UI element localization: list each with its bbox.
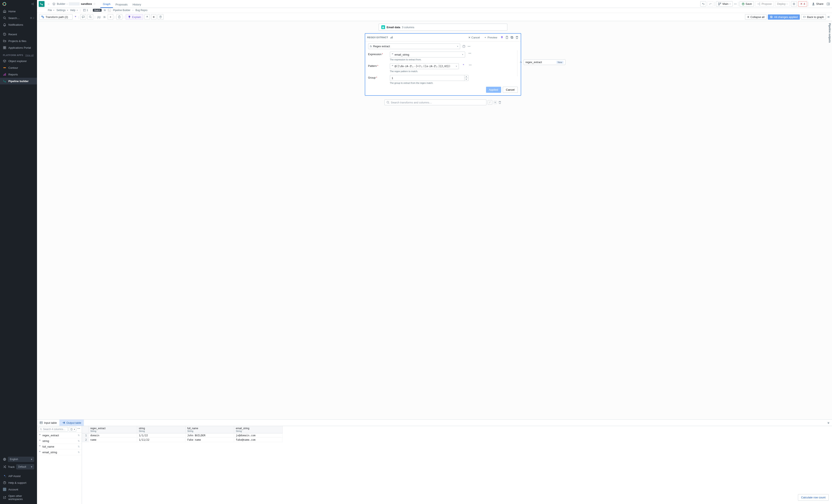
language-select[interactable]: English▾ — [8, 457, 34, 462]
stepper-up[interactable]: ▲ — [465, 75, 468, 78]
crumb-bug-repro[interactable]: Bug Repro — [135, 9, 147, 12]
email-data-node[interactable]: ▦ Email data 3 columns — [379, 24, 508, 31]
sort-icon[interactable]: ⇅ — [78, 445, 80, 448]
undo-button[interactable] — [700, 1, 706, 7]
cell[interactable]: name — [88, 438, 137, 442]
sidebar-item-help[interactable]: Help & support — [0, 479, 37, 486]
clipboard-icon[interactable] — [505, 36, 509, 39]
input-table-tab[interactable]: Input table — [37, 420, 59, 426]
output-name-input[interactable]: regex_extract New — [524, 59, 566, 65]
track-select[interactable]: Default▾ — [16, 464, 34, 469]
stepper-down[interactable]: ▼ — [465, 78, 468, 81]
sidebar-item-notifications[interactable]: Notifications — [0, 21, 37, 28]
cancel-button[interactable]: Cancel — [503, 87, 518, 93]
cell[interactable]: domain — [88, 433, 137, 438]
copy-icon[interactable] — [510, 36, 514, 39]
col-header[interactable]: full_nameString — [186, 426, 234, 433]
col-item[interactable]: ❞email_string⇅ — [37, 449, 82, 455]
trash-icon[interactable] — [515, 36, 519, 39]
save-button[interactable]: Save — [739, 1, 754, 7]
share-button[interactable]: Share — [810, 1, 825, 7]
branch-more-icon[interactable]: ⋯ — [734, 2, 737, 5]
clipboard-button[interactable] — [116, 14, 122, 20]
pattern-input[interactable]: ❞ @([\da-zA-Z\.-]+)\.([a-zA-Z\.]{2,63}) … — [390, 63, 459, 69]
help-circle-icon[interactable] — [462, 45, 466, 48]
menu-settings[interactable]: Settings — [56, 9, 68, 12]
tab-proposals[interactable]: Proposals — [113, 1, 130, 8]
pipeline-outputs-toggle[interactable]: Pipeline outputs — [828, 23, 831, 43]
sort-icon[interactable]: ⇅ — [78, 440, 80, 442]
panel-right-icon[interactable] — [827, 2, 830, 6]
search-transforms-input[interactable]: Search transforms and columns… — [385, 100, 487, 105]
sidebar-item-open-other[interactable]: Open other workspaces — [0, 493, 37, 502]
sidebar-item-search[interactable]: Search… ⌘ J — [0, 15, 37, 21]
cell[interactable]: Fake name — [186, 438, 234, 442]
add-button[interactable]: ＋ — [108, 14, 113, 20]
col-item[interactable]: ❞full_name⇅ — [37, 444, 82, 449]
cell[interactable]: fake@name.com — [234, 438, 283, 442]
expand-up-button[interactable] — [145, 14, 150, 20]
group-input[interactable]: 1 — [390, 75, 465, 81]
settings-toggle-button[interactable] — [791, 1, 797, 7]
sidebar-item-aip[interactable]: AIP Assist — [0, 473, 37, 479]
duplicate-icon[interactable] — [494, 101, 497, 104]
columns-search-input[interactable]: Search 4 columns… — [38, 427, 68, 431]
function-select[interactable]: fx Regex extract ▾ — [368, 44, 460, 49]
errors-button[interactable]: ✕ 4 — [798, 1, 807, 7]
breadcrumb-builder[interactable]: Builder — [57, 2, 65, 5]
sidebar-item-pipeline-builder[interactable]: Pipeline builder — [0, 78, 37, 84]
sort-icon[interactable]: ⇅ — [78, 434, 80, 437]
cols-more-icon[interactable]: ⋮ — [77, 427, 80, 431]
tab-graph[interactable]: Graph — [100, 0, 113, 8]
bulb-icon[interactable] — [500, 36, 503, 39]
close-path-button[interactable]: ✕ — [151, 14, 156, 20]
col-item[interactable]: ❞string⇅ — [37, 438, 82, 444]
node-preview-button[interactable]: ＋ Preview — [483, 35, 498, 40]
sidebar-item-reports[interactable]: Reports — [0, 71, 37, 78]
fx-button[interactable]: fx — [103, 16, 106, 19]
sidebar-item-account[interactable]: Account — [0, 486, 37, 493]
col-header[interactable]: email_stringString — [234, 426, 283, 433]
delete-toolbar-button[interactable] — [158, 14, 163, 20]
node-cancel-button[interactable]: ✕ Cancel — [467, 35, 481, 40]
sidebar-collapse-icon[interactable] — [31, 2, 34, 6]
redo-button[interactable] — [707, 1, 713, 7]
tab-history[interactable]: History — [130, 1, 144, 8]
search-toolbar-button[interactable] — [87, 14, 93, 20]
batch-badge[interactable]: Batch — [93, 9, 102, 12]
sort-icon[interactable]: ⇅ — [78, 451, 80, 454]
back-to-graph-button[interactable]: Back to graph — [801, 14, 826, 20]
sidebar-item-projects[interactable]: Projects & files — [0, 37, 37, 44]
col-header[interactable]: stringString — [137, 426, 186, 433]
sidebar-item-contour[interactable]: Contour — [0, 64, 37, 71]
branch-select[interactable]: Main▾ — [716, 1, 732, 7]
add-sparkle-icon[interactable] — [74, 15, 77, 19]
frame-indicator[interactable]: 1 — [83, 8, 88, 12]
sparkle-add-icon[interactable] — [462, 63, 466, 67]
cell[interactable]: 1/11/22 — [137, 438, 186, 442]
menu-file[interactable]: File — [48, 9, 54, 12]
col-item[interactable]: ❞regex_extract⇅ — [37, 432, 82, 438]
expression-input[interactable]: ❞ email_string ▾ — [390, 52, 465, 57]
comment-button[interactable] — [80, 14, 86, 20]
pattern-more-icon[interactable]: ⋯ — [469, 63, 472, 67]
collapse-all-button[interactable]: ✕ Collapse all — [745, 14, 766, 20]
explain-button[interactable]: Explain — [126, 14, 143, 20]
cell[interactable]: 1/1/22 — [137, 433, 186, 438]
delete-icon[interactable] — [498, 101, 501, 104]
transform-path-select[interactable]: Transform path (2) — [39, 14, 73, 20]
view-all-link[interactable]: View all — [25, 54, 34, 56]
variable-button[interactable]: (x) — [97, 16, 101, 19]
fx-more-icon[interactable]: ⋯ — [468, 45, 471, 48]
collapse-panel-icon[interactable] — [825, 420, 832, 426]
sidebar-item-object-explorer[interactable]: Object explorer — [0, 58, 37, 64]
sidebar-item-home[interactable]: Home — [0, 8, 37, 15]
bar-chart-icon[interactable] — [390, 36, 393, 39]
calculate-row-count-button[interactable]: Calculate row count — [798, 494, 829, 501]
data-grid[interactable]: regex_extractString stringString full_na… — [82, 426, 832, 504]
nav-back-icon[interactable]: ← — [47, 2, 51, 6]
propose-button[interactable]: Propose — [755, 1, 774, 7]
canvas[interactable]: Pipeline outputs ▦ Email data 3 columns … — [37, 21, 832, 419]
cell[interactable]: jo@domain.com — [234, 433, 283, 438]
star-icon[interactable]: ☆ — [93, 2, 96, 5]
